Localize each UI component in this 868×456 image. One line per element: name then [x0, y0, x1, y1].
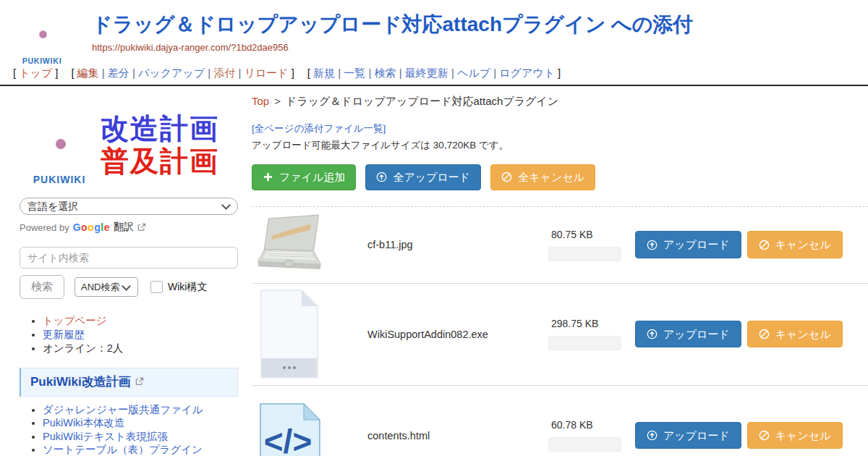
breadcrumb-current: ドラッグ＆ドロップアップロード対応attachプラグイン [286, 95, 558, 107]
translate-label[interactable]: 翻訳 [114, 221, 134, 234]
google-letter: o [81, 221, 88, 233]
sidebar-section-link[interactable]: PukiWiki本体改造 [43, 417, 125, 428]
sidebar-quick-link[interactable]: 更新履歴 [43, 329, 85, 340]
nav-separator: | [490, 67, 499, 79]
powered-by-text: Powered by [20, 222, 69, 233]
upload-all-button[interactable]: 全アップロード [365, 164, 481, 190]
nav-link-help[interactable]: ヘルプ [457, 67, 490, 79]
section-title-link[interactable]: PukiWiki改造計画 [30, 373, 131, 390]
progress-bar [548, 336, 621, 350]
nav-link-attach[interactable]: 添付 [213, 67, 235, 79]
ban-icon [759, 240, 770, 250]
html-file-icon [257, 402, 323, 456]
nav-link-diff[interactable]: 差分 [108, 67, 129, 79]
search-button[interactable]: 検索 [20, 275, 64, 299]
site-search-input[interactable] [20, 247, 238, 269]
ban-icon [759, 430, 770, 441]
nav-link-edit[interactable]: 編集 [77, 67, 99, 79]
upload-circle-icon [647, 329, 658, 339]
and-select-wrap: AND検索 [75, 277, 138, 297]
file-row: cf-b11.jpg 80.75 KB アップロード キャンセル [252, 207, 868, 284]
sidebar-section-link[interactable]: ダジャレンジャー版共通ファイル [43, 404, 203, 415]
cancel-button[interactable]: キャンセル [747, 422, 843, 449]
powered-by-google: Powered by Google 翻訳 [20, 221, 239, 234]
sidebar-logo: 改造計画 普及計画 [20, 104, 239, 187]
plus-icon [263, 172, 273, 182]
progress-bar [548, 247, 621, 261]
laptop-photo-thumbnail [257, 214, 323, 276]
language-select-wrap: 言語を選択 [20, 198, 238, 215]
list-item: ダジャレンジャー版共通ファイル [43, 404, 239, 416]
breadcrumb-home-link[interactable]: Top [252, 95, 269, 107]
file-actions: アップロード キャンセル [635, 321, 843, 348]
main-content: Top>ドラッグ＆ドロップアップロード対応attachプラグイン [全ページの添… [239, 86, 868, 456]
list-item: オンライン：2人 [43, 342, 239, 355]
file-thumbnail [252, 214, 367, 276]
max-upload-size-text: アップロード可能最大ファイルサイズは 30,720KB です。 [252, 139, 868, 152]
breadcrumb-separator: > [274, 95, 281, 107]
cancel-button[interactable]: キャンセル [747, 231, 843, 258]
file-list: cf-b11.jpg 80.75 KB アップロード キャンセル WikiSup… [252, 206, 868, 456]
sidebar-section-link[interactable]: PukiWikiテキスト表現拡張 [43, 431, 168, 442]
file-row: WikiSupportAddin082.exe 298.75 KB アップロード… [252, 284, 868, 386]
upload-button[interactable]: アップロード [635, 321, 741, 348]
atom-logo-icon [20, 104, 99, 187]
upload-circle-icon [647, 240, 658, 250]
ban-icon [501, 172, 512, 182]
top-nav: [トップ][編集 | 差分 | バックアップ | 添付 | リロード][新規 |… [0, 64, 868, 86]
list-item: トップページ [43, 315, 239, 328]
nav-group: [トップ] [10, 67, 61, 79]
nav-bracket: ] [292, 67, 294, 79]
all-pages-attach-list-link[interactable]: [全ページの添付ファイル一覧] [252, 122, 386, 135]
add-files-button[interactable]: ファイル追加 [252, 164, 356, 190]
wiki-syntax-label: Wiki構文 [168, 281, 207, 294]
nav-separator: | [205, 67, 213, 79]
sidebar-section-links: ダジャレンジャー版共通ファイルPukiWiki本体改造PukiWikiテキスト表… [20, 404, 239, 456]
nav-group: [編集 | 差分 | バックアップ | 添付 | リロード] [68, 67, 297, 79]
nav-separator: | [99, 67, 108, 79]
file-meta: 298.75 KB [548, 318, 635, 350]
file-actions: アップロード キャンセル [635, 422, 843, 449]
sidebar: 改造計画 普及計画 言語を選択 Powered by Google 翻訳 検索 … [0, 86, 239, 456]
nav-link-reload[interactable]: リロード [244, 67, 289, 79]
nav-link-logout[interactable]: ログアウト [499, 67, 555, 79]
google-letter: g [94, 221, 101, 233]
nav-link-new[interactable]: 新規 [313, 67, 335, 79]
nav-separator: | [235, 67, 244, 79]
external-link-icon [137, 223, 146, 232]
nav-bracket: [ [13, 67, 16, 79]
list-item: 更新履歴 [43, 329, 239, 342]
pukiwiki-logo-icon [9, 4, 75, 67]
nav-link-list[interactable]: 一覧 [344, 67, 365, 79]
nav-link-backup[interactable]: バックアップ [138, 67, 205, 79]
sidebar-section-link[interactable]: ソートテーブル（表）プラグイン [43, 444, 203, 455]
file-size: 80.75 KB [548, 229, 635, 240]
file-actions: アップロード キャンセル [635, 231, 843, 258]
generic-file-icon [257, 289, 322, 379]
progress-bar [548, 437, 621, 452]
cancel-button[interactable]: キャンセル [747, 321, 843, 348]
nav-bracket: ] [558, 67, 561, 79]
search-mode-select[interactable]: AND検索 [75, 277, 138, 297]
nav-separator: | [448, 67, 457, 79]
language-select[interactable]: 言語を選択 [20, 198, 238, 215]
logo-line1: 改造計画 [101, 113, 219, 145]
file-thumbnail [252, 289, 367, 379]
upload-circle-icon [376, 172, 387, 182]
nav-link-top[interactable]: トップ [19, 67, 52, 79]
nav-link-recent[interactable]: 最終更新 [405, 67, 448, 79]
wiki-syntax-checkbox[interactable] [150, 281, 163, 293]
file-name: contents.html [367, 430, 548, 442]
upload-button[interactable]: アップロード [635, 231, 741, 258]
page-title: ドラッグ＆ドロップアップロード対応attachプラグイン への添付 [92, 14, 693, 36]
google-letter: o [88, 221, 94, 233]
nav-link-search[interactable]: 検索 [375, 67, 396, 79]
upload-button[interactable]: アップロード [635, 422, 741, 449]
upload-circle-icon [647, 430, 658, 441]
google-logo: Google [73, 221, 110, 233]
page-url: https://pukiwiki.dajya-ranger.com/?1bd2d… [92, 42, 693, 53]
file-meta: 80.75 KB [548, 229, 635, 261]
file-thumbnail [252, 402, 367, 456]
cancel-all-button[interactable]: 全キャンセル [490, 164, 595, 190]
sidebar-quick-link[interactable]: トップページ [43, 315, 107, 326]
